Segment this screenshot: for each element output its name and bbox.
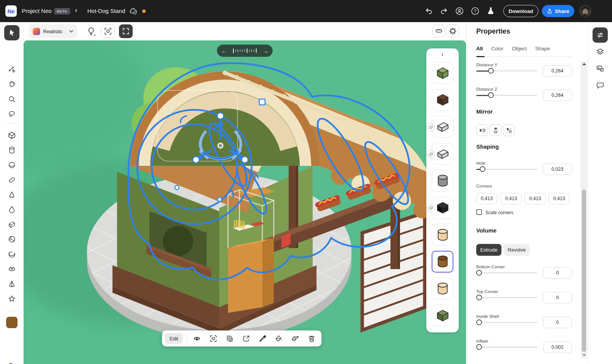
lightbulb-icon[interactable] — [87, 27, 96, 37]
select-tool[interactable] — [4, 25, 19, 40]
scrub-back-arrow[interactable]: ← — [221, 48, 227, 54]
shape-thumbnail-cube-1[interactable] — [432, 62, 453, 84]
sphere-shape[interactable] — [8, 161, 16, 169]
eye-icon[interactable] — [193, 335, 201, 343]
app-logo[interactable]: Ne — [5, 5, 17, 17]
stone-shape[interactable] — [8, 235, 16, 244]
history-scrubber[interactable]: ← → — [217, 45, 273, 57]
properties-scrollbar[interactable] — [581, 61, 587, 358]
mirror-x-button[interactable] — [476, 124, 488, 136]
hand-tool[interactable] — [8, 80, 16, 88]
revolve-button[interactable]: Revolve — [504, 244, 530, 256]
torus-shape[interactable] — [8, 265, 16, 273]
mirror-y-button[interactable] — [490, 124, 501, 136]
collapse-panel-chevron[interactable]: ‹ — [442, 51, 443, 57]
node-edit-tool[interactable] — [8, 65, 16, 74]
shape-thumbnail-cylinder-5[interactable] — [432, 170, 453, 192]
extrude-button[interactable]: Extrude — [476, 244, 501, 256]
comments-button[interactable] — [593, 78, 608, 93]
effects-button[interactable] — [446, 24, 459, 37]
settings-gear-icon[interactable]: ⚙ — [8, 361, 14, 364]
cylinder-shape[interactable] — [8, 146, 16, 154]
style-label: Realistic — [43, 29, 63, 34]
help-icon[interactable]: ? — [471, 6, 480, 16]
tab-color[interactable]: Color — [491, 46, 503, 51]
droplet-shape[interactable] — [8, 205, 16, 214]
scroll-down-arrow[interactable] — [582, 354, 586, 356]
duplicate-icon[interactable] — [226, 335, 234, 343]
distance-y-slider[interactable] — [476, 68, 537, 74]
shape-thumbnail-cylinder-7[interactable] — [432, 224, 453, 245]
distance-z-value[interactable]: 0,264 — [543, 90, 572, 101]
cube-shape[interactable] — [8, 131, 16, 140]
pyramid-shape[interactable] — [8, 280, 16, 288]
open-external-icon[interactable] — [242, 335, 250, 343]
eyedropper-icon[interactable] — [259, 335, 267, 343]
scale-corners-checkbox[interactable] — [476, 209, 482, 215]
tab-all[interactable]: All — [476, 46, 483, 51]
unsaved-dot — [142, 10, 146, 13]
camera-frame-button[interactable] — [101, 24, 115, 38]
scrollbar-thumb[interactable] — [582, 189, 586, 352]
account-icon[interactable] — [455, 6, 464, 16]
tab-shape[interactable]: Shape — [535, 46, 550, 51]
flask-icon[interactable] — [486, 6, 495, 16]
properties-panel-button[interactable] — [593, 27, 608, 43]
halfpipe-shape[interactable] — [8, 250, 16, 258]
top-corner-value[interactable]: 0 — [543, 292, 572, 303]
capture-icon[interactable] — [209, 335, 217, 343]
star-shape[interactable] — [8, 295, 16, 303]
share-button[interactable]: Share — [542, 5, 574, 17]
shape-thumbnail-cube-6[interactable] — [432, 197, 453, 219]
shape-thumbnail-cylinder-9[interactable] — [432, 278, 453, 300]
cone-shape[interactable] — [8, 191, 16, 199]
wedge-shape[interactable] — [8, 220, 16, 229]
download-button[interactable]: Download — [503, 5, 538, 17]
bottom-corner-value[interactable]: 0 — [543, 267, 572, 279]
measure-button[interactable] — [432, 24, 445, 37]
distance-y-value[interactable]: 0,264 — [543, 65, 572, 77]
shape-thumbnail-cylinder-8[interactable] — [432, 251, 453, 273]
top-corner-slider[interactable] — [476, 295, 537, 301]
document-title[interactable]: Hot-Dog Stand — [87, 8, 125, 14]
corner-value-3[interactable]: 0,413 — [525, 193, 546, 204]
inside-shell-slider[interactable] — [476, 319, 537, 326]
shape-thumbnail-cube-2[interactable] — [432, 89, 453, 111]
edit-button[interactable]: Edit — [165, 333, 183, 344]
inflate-value[interactable]: 0,002 — [543, 342, 572, 353]
corner-value-2[interactable]: 0,413 — [501, 193, 522, 204]
lasso-tool[interactable] — [8, 110, 16, 118]
mirror-diagonal-button[interactable] — [503, 124, 515, 136]
apply-color-all-icon[interactable] — [291, 335, 299, 343]
undo-icon[interactable] — [424, 6, 434, 16]
zoom-tool[interactable] — [8, 95, 16, 103]
scroll-up-arrow[interactable] — [582, 63, 586, 65]
hole-value[interactable]: 0,023 — [543, 164, 572, 175]
tab-object[interactable]: Object — [512, 46, 527, 51]
render-style-dropdown[interactable]: Realistic — [29, 24, 77, 38]
inflate-slider[interactable] — [476, 344, 537, 350]
expand-canvas-button[interactable] — [119, 24, 133, 38]
shape-thumbnail-wedge-4[interactable] — [432, 143, 453, 165]
viewport-canvas[interactable] — [24, 40, 466, 364]
color-swatch[interactable] — [6, 317, 18, 328]
redo-icon[interactable] — [439, 6, 448, 16]
hole-slider[interactable] — [476, 166, 537, 172]
layers-panel-button[interactable] — [593, 44, 608, 59]
beta-badge: BETA — [54, 8, 70, 14]
scrub-forward-arrow[interactable]: → — [263, 48, 268, 54]
corner-value-4[interactable]: 0,413 — [549, 193, 570, 204]
bottom-corner-slider[interactable] — [476, 270, 537, 276]
gizmo-center[interactable] — [219, 144, 222, 148]
distance-z-slider[interactable] — [476, 92, 537, 98]
media-export-button[interactable] — [593, 61, 608, 76]
avatar[interactable] — [579, 5, 591, 17]
trash-icon[interactable] — [308, 335, 316, 343]
corner-value-1[interactable]: 0,413 — [476, 193, 497, 204]
shape-thumbnail-wedge-3[interactable] — [432, 116, 453, 138]
inside-shell-value[interactable]: 0 — [543, 317, 572, 328]
capsule-shape[interactable] — [8, 176, 16, 184]
paint-bucket-icon[interactable] — [275, 335, 283, 343]
back-button[interactable]: ‹ — [75, 7, 77, 14]
shape-thumbnail-cube-10[interactable] — [432, 305, 453, 326]
